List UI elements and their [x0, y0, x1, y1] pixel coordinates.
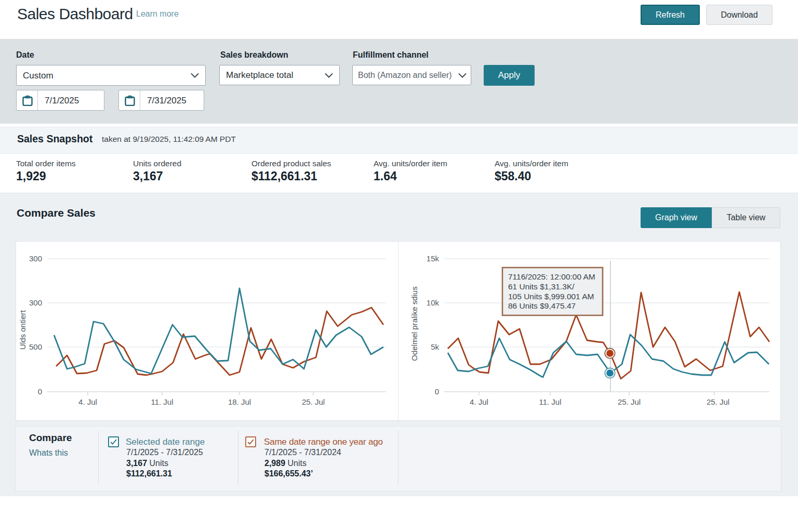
- svg-text:10k: 10k: [427, 298, 440, 307]
- svg-text:300: 300: [29, 298, 42, 307]
- svg-text:86 Units $9,475.47: 86 Units $9,475.47: [508, 301, 576, 310]
- svg-text:0: 0: [435, 387, 439, 396]
- svg-text:Odelmel pralike sdius: Odelmel pralike sdius: [410, 286, 419, 361]
- svg-text:Ulds ontiert: Ulds ontiert: [18, 310, 27, 350]
- svg-text:4. Jul: 4. Jul: [470, 397, 488, 406]
- svg-text:500: 500: [29, 342, 42, 351]
- svg-text:105 Units $,999.001 AM: 105 Units $,999.001 AM: [508, 292, 594, 301]
- svg-text:4. Jul: 4. Jul: [78, 397, 97, 406]
- svg-text:5k: 5k: [431, 342, 439, 351]
- svg-text:7116/2025: 12:00:00 AM: 7116/2025: 12:00:00 AM: [508, 272, 595, 281]
- svg-text:0: 0: [38, 387, 42, 396]
- svg-text:25. Jul: 25. Jul: [302, 397, 325, 406]
- svg-text:18. Jul: 18. Jul: [228, 397, 251, 406]
- svg-text:61 Units $1,31.3K/: 61 Units $1,31.3K/: [508, 282, 575, 291]
- svg-text:25. Jul: 25. Jul: [618, 397, 641, 406]
- svg-text:11. Jul: 11. Jul: [539, 397, 561, 406]
- svg-text:11. Jul: 11. Jul: [151, 397, 173, 406]
- svg-text:15k: 15k: [427, 254, 440, 263]
- svg-text:25. Jul: 25. Jul: [707, 397, 729, 406]
- svg-text:300: 300: [29, 254, 42, 263]
